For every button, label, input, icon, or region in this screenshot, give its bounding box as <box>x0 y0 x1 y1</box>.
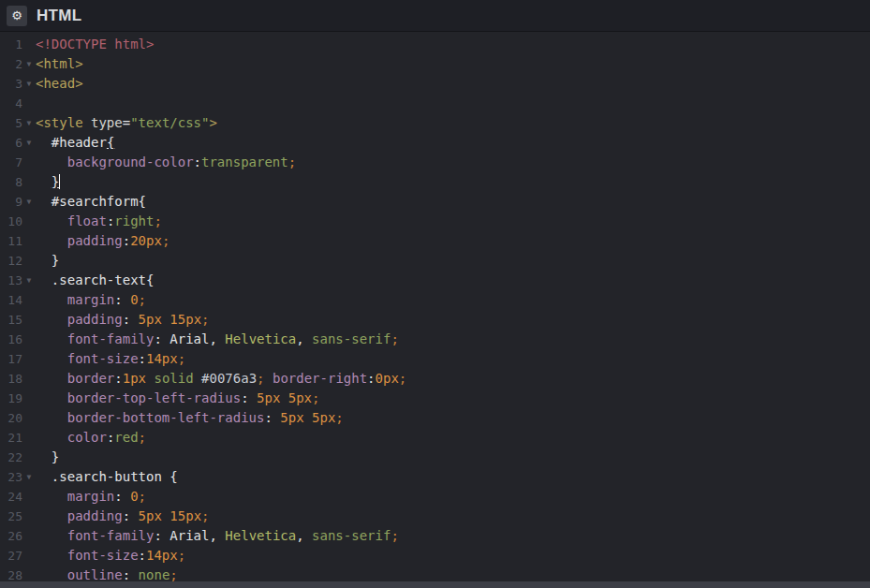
code-token <box>304 410 312 425</box>
code-line[interactable]: 25 padding: 5px 15px; <box>0 507 870 526</box>
code-token: font-size <box>67 351 139 366</box>
gear-icon: ⚙ <box>11 8 22 22</box>
code-line[interactable]: 17 font-size:14px; <box>0 349 870 369</box>
fold-spacer <box>22 487 36 507</box>
code-token <box>36 371 67 386</box>
fold-spacer <box>22 546 36 566</box>
code-token: : <box>139 351 146 366</box>
code-token <box>130 508 138 523</box>
code-token <box>36 351 67 366</box>
code-line[interactable]: 18 border:1px solid #0076a3; border-righ… <box>0 369 870 389</box>
code-token: color <box>67 430 107 445</box>
code-token <box>130 567 138 582</box>
code-line[interactable]: 11 padding:20px; <box>0 231 870 251</box>
code-token: , <box>296 331 303 346</box>
code-token: > <box>209 115 216 130</box>
code-line[interactable]: 12 } <box>0 251 870 271</box>
code-token: : <box>114 489 122 504</box>
code-token: ; <box>201 508 209 523</box>
code-token: border-top-left-radius <box>67 390 241 405</box>
code-text: } <box>36 448 870 467</box>
fold-spacer <box>22 448 36 467</box>
code-token <box>36 213 67 228</box>
fold-arrow-icon[interactable]: ▼ <box>22 467 36 487</box>
code-token: 14px <box>146 548 178 563</box>
code-token: border <box>67 371 115 386</box>
fold-arrow-icon[interactable]: ▼ <box>22 133 36 153</box>
code-line[interactable]: 27 font-size:14px; <box>0 546 870 566</box>
fold-arrow-icon[interactable]: ▼ <box>22 113 36 133</box>
code-line[interactable]: 19 border-top-left-radius: 5px 5px; <box>0 389 870 408</box>
code-line[interactable]: 21 color:red; <box>0 428 870 448</box>
code-line[interactable]: 24 margin: 0; <box>0 487 870 507</box>
code-line[interactable]: 4 <box>0 94 870 113</box>
fold-spacer <box>22 330 36 349</box>
line-number: 21 <box>0 428 22 448</box>
code-token <box>36 548 67 563</box>
fold-arrow-icon[interactable]: ▼ <box>22 54 36 74</box>
code-token: ; <box>178 548 185 563</box>
code-text: } <box>36 172 870 192</box>
code-token: 15px <box>170 508 201 523</box>
code-line[interactable]: 15 padding: 5px 15px; <box>0 310 870 330</box>
line-number: 6 <box>0 133 22 153</box>
line-number: 19 <box>0 389 22 408</box>
code-token: : <box>123 233 130 248</box>
code-token: outline <box>67 567 123 582</box>
code-line[interactable]: 6▼ #header{ <box>0 133 870 153</box>
code-line[interactable]: 13▼ .search-text{ <box>0 271 870 290</box>
code-token: 5px <box>257 390 280 405</box>
code-line[interactable]: 26 font-family: Arial, Helvetica, sans-s… <box>0 526 870 546</box>
fold-arrow-icon[interactable]: ▼ <box>22 271 36 290</box>
settings-gear-button[interactable]: ⚙ <box>7 6 27 26</box>
code-token: ; <box>201 312 209 327</box>
code-line[interactable]: 9▼ #searchform{ <box>0 192 870 212</box>
fold-spacer <box>22 231 36 251</box>
code-token: : <box>139 548 146 563</box>
code-token <box>36 430 67 445</box>
code-line[interactable]: 5▼<style type="text/css"> <box>0 113 870 133</box>
code-token <box>36 174 52 189</box>
line-number: 1 <box>0 35 22 54</box>
code-text: border-bottom-left-radius: 5px 5px; <box>36 408 870 428</box>
panel-title: HTML <box>37 7 81 25</box>
code-text: font-family: Arial, Helvetica, sans-seri… <box>36 330 870 349</box>
code-token: solid <box>154 371 193 386</box>
fold-arrow-icon[interactable]: ▼ <box>22 192 36 212</box>
code-token: float <box>67 213 107 228</box>
code-line[interactable]: 8 } <box>0 172 870 192</box>
code-line[interactable]: 14 margin: 0; <box>0 290 870 310</box>
code-token: font-size <box>67 548 139 563</box>
code-line[interactable]: 3▼<head> <box>0 74 870 94</box>
code-token: padding <box>67 312 123 327</box>
code-line[interactable]: 16 font-family: Arial, Helvetica, sans-s… <box>0 330 870 349</box>
code-area[interactable]: 1<!DOCTYPE html>2▼<html>3▼<head>45▼<styl… <box>0 32 870 585</box>
code-token: #searchform <box>52 194 139 209</box>
code-token: border-right <box>273 371 367 386</box>
code-token: 5px <box>139 508 162 523</box>
line-number: 18 <box>0 369 22 389</box>
code-line[interactable]: 23▼ .search-button { <box>0 467 870 487</box>
code-token: ; <box>139 430 146 445</box>
code-line[interactable]: 20 border-bottom-left-radius: 5px 5px; <box>0 408 870 428</box>
code-line[interactable]: 1<!DOCTYPE html> <box>0 35 870 54</box>
code-token <box>36 390 67 405</box>
code-token: 5px <box>280 410 303 425</box>
line-number: 8 <box>0 172 22 192</box>
fold-spacer <box>22 35 36 54</box>
fold-arrow-icon[interactable]: ▼ <box>22 74 36 94</box>
code-token: <style <box>36 115 83 130</box>
fold-spacer <box>22 153 36 172</box>
code-line[interactable]: 2▼<html> <box>0 54 870 74</box>
code-line[interactable]: 22 } <box>0 448 870 467</box>
code-token: margin <box>67 292 115 307</box>
code-token: ; <box>162 233 170 248</box>
code-token <box>36 469 52 484</box>
code-token: 15px <box>170 312 201 327</box>
code-line[interactable]: 10 float:right; <box>0 212 870 231</box>
line-number: 9 <box>0 192 22 212</box>
fold-spacer <box>22 251 36 271</box>
code-token: 20px <box>130 233 162 248</box>
fold-spacer <box>22 526 36 546</box>
code-line[interactable]: 7 background-color:transparent; <box>0 153 870 172</box>
